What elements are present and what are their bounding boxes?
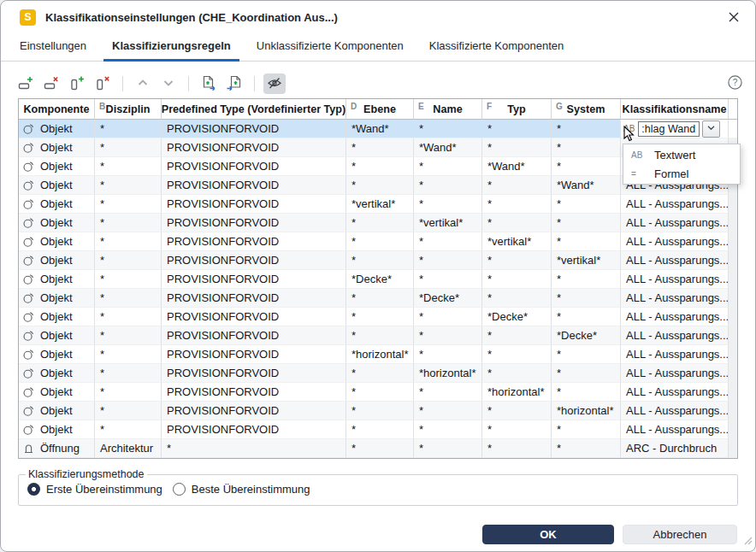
klassifikationsname-input[interactable] (638, 121, 700, 137)
cell-klassifikationsname[interactable]: ALL - Aussparungs... (621, 195, 729, 214)
cell-typ[interactable]: * (482, 176, 552, 195)
cell-komponente[interactable]: Objekt (19, 308, 95, 326)
import-rules-button[interactable] (223, 73, 245, 94)
cell-komponente[interactable]: Objekt (19, 251, 95, 270)
cell-disziplin[interactable]: * (95, 195, 162, 214)
cell-system[interactable]: * (552, 420, 621, 439)
cell-system[interactable]: * (552, 345, 621, 364)
cell-komponente[interactable]: Objekt (19, 420, 95, 439)
cell-system[interactable]: * (552, 138, 621, 157)
cell-komponente[interactable]: Objekt (19, 270, 95, 289)
tab-unklassifizierte-komponenten[interactable]: Unklassifizierte Komponenten (257, 39, 404, 61)
cell-ebene[interactable]: * (346, 308, 414, 326)
cell-predefined-type[interactable]: PROVISIONFORVOID (162, 176, 346, 195)
close-button[interactable] (726, 10, 741, 26)
cell-ebene[interactable]: * (346, 289, 414, 308)
cell-komponente[interactable]: Objekt (19, 138, 95, 157)
move-down-button[interactable] (157, 73, 180, 94)
table-row[interactable]: Objekt*PROVISIONFORVOID**vertikal***ALL … (19, 214, 737, 232)
table-row[interactable]: Objekt*PROVISIONFORVOID***Decke**ALL - A… (19, 308, 737, 326)
cell-disziplin[interactable]: * (95, 402, 162, 420)
cell-system[interactable]: * (552, 289, 621, 308)
cell-name[interactable]: * (414, 402, 482, 420)
cell-ebene[interactable]: *vertikal* (346, 195, 414, 214)
table-row[interactable]: Objekt*PROVISIONFORVOID***horizontal**AL… (19, 383, 737, 402)
column-header-predefined-type-vordefinierter-typ-[interactable]: Predefined Type (Vordefinierter Typ) (162, 99, 346, 120)
tab-einstellungen[interactable]: Einstellungen (20, 39, 86, 61)
cell-predefined-type[interactable]: PROVISIONFORVOID (162, 345, 346, 364)
cell-komponente[interactable]: Objekt (19, 232, 95, 251)
cell-system[interactable]: * (552, 214, 621, 232)
table-row[interactable]: Objekt*PROVISIONFORVOID*horizontal****AL… (19, 345, 737, 364)
tab-klassifizierte-komponenten[interactable]: Klassifizierte Komponenten (429, 39, 564, 61)
cell-predefined-type[interactable]: PROVISIONFORVOID (162, 289, 346, 308)
cell-klassifikationsname[interactable]: ALL - Aussparungs... (621, 289, 729, 308)
cell-predefined-type[interactable]: PROVISIONFORVOID (162, 120, 346, 138)
cell-name[interactable]: * (414, 383, 482, 402)
cell-typ[interactable]: * (482, 439, 552, 458)
cell-typ[interactable]: *vertikal* (482, 232, 552, 251)
cell-name[interactable]: * (414, 157, 482, 176)
cell-disziplin[interactable]: * (95, 308, 162, 326)
cell-disziplin[interactable]: * (95, 326, 162, 345)
cell-system[interactable]: * (552, 232, 621, 251)
cell-komponente[interactable]: Objekt (19, 214, 95, 232)
cell-predefined-type[interactable]: PROVISIONFORVOID (162, 251, 346, 270)
cell-name[interactable]: * (414, 326, 482, 345)
cell-disziplin[interactable]: Architektur (95, 439, 162, 458)
cell-klassifikationsname[interactable]: ALL - Aussparungs... (621, 214, 729, 232)
cell-system[interactable]: *vertikal* (552, 251, 621, 270)
cell-komponente[interactable]: Objekt (19, 195, 95, 214)
cell-system[interactable]: * (552, 270, 621, 289)
cell-predefined-type[interactable]: PROVISIONFORVOID (162, 270, 346, 289)
menu-item-formel[interactable]: =Formel (623, 164, 740, 183)
cell-typ[interactable]: * (482, 195, 552, 214)
cell-system[interactable]: *Wand* (552, 176, 621, 195)
delete-row-button[interactable] (40, 73, 62, 94)
cell-disziplin[interactable]: * (95, 157, 162, 176)
cell-name[interactable]: *horizontal* (414, 364, 482, 383)
cell-typ[interactable]: * (482, 214, 552, 232)
export-rules-button[interactable] (198, 73, 220, 94)
radio-option-beste-bereinstimmung[interactable]: Beste Übereinstimmung (173, 483, 310, 496)
cell-predefined-type[interactable]: PROVISIONFORVOID (162, 214, 346, 232)
cell-predefined-type[interactable]: PROVISIONFORVOID (162, 232, 346, 251)
radio-icon[interactable] (173, 483, 186, 496)
cell-name[interactable]: * (414, 195, 482, 214)
column-header-typ[interactable]: FTyp (482, 99, 552, 120)
cell-komponente[interactable]: Objekt (19, 120, 95, 138)
cell-typ[interactable]: * (482, 120, 552, 138)
ok-button[interactable]: OK (482, 525, 614, 544)
delete-column-button[interactable] (92, 73, 114, 94)
cell-ebene[interactable]: * (346, 157, 414, 176)
cell-name[interactable]: * (414, 439, 482, 458)
cell-ebene[interactable]: * (346, 232, 414, 251)
cell-typ[interactable]: * (482, 251, 552, 270)
cell-system[interactable]: * (552, 195, 621, 214)
cell-predefined-type[interactable]: PROVISIONFORVOID (162, 138, 346, 157)
table-row[interactable]: Objekt*PROVISIONFORVOID*Wand****AB (19, 120, 737, 138)
cell-disziplin[interactable]: * (95, 420, 162, 439)
cell-system[interactable]: * (552, 308, 621, 326)
cell-klassifikationsname[interactable]: ALL - Aussparungs... (621, 326, 729, 345)
cell-typ[interactable]: *Decke* (482, 308, 552, 326)
cell-name[interactable]: *Decke* (414, 289, 482, 308)
cell-klassifikationsname[interactable]: ALL - Aussparungs... (621, 232, 729, 251)
tab-klassifizierungsregeln[interactable]: Klassifizierungsregeln (112, 39, 231, 61)
type-dropdown-button[interactable] (702, 120, 720, 138)
cell-klassifikationsname[interactable]: ALL - Aussparungs... (621, 383, 729, 402)
add-column-button[interactable] (66, 73, 88, 94)
cell-komponente[interactable]: Objekt (19, 157, 95, 176)
cell-typ[interactable]: * (482, 270, 552, 289)
resize-grip-icon[interactable] (743, 533, 753, 549)
radio-icon[interactable] (27, 483, 40, 496)
cell-klassifikationsname[interactable]: ALL - Aussparungs... (621, 270, 729, 289)
column-header-komponente[interactable]: Komponente (19, 99, 95, 120)
menu-item-textwert[interactable]: ABTextwert (623, 145, 740, 164)
cell-predefined-type[interactable]: PROVISIONFORVOID (162, 364, 346, 383)
cell-system[interactable]: * (552, 364, 621, 383)
cell-system[interactable]: * (552, 157, 621, 176)
value-type-indicator[interactable]: AB (623, 124, 635, 133)
cell-klassifikationsname[interactable]: ALL - Aussparungs... (621, 402, 729, 420)
cell-klassifikationsname-editor[interactable]: AB (621, 120, 729, 138)
